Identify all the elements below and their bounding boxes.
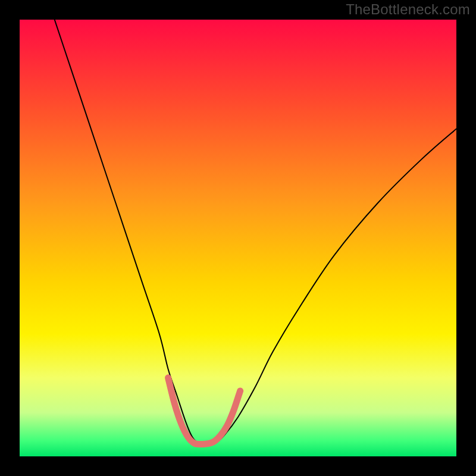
bottleneck-plot bbox=[20, 20, 456, 456]
watermark-text: TheBottleneck.com bbox=[346, 1, 470, 18]
chart-stage: TheBottleneck.com bbox=[0, 0, 476, 476]
